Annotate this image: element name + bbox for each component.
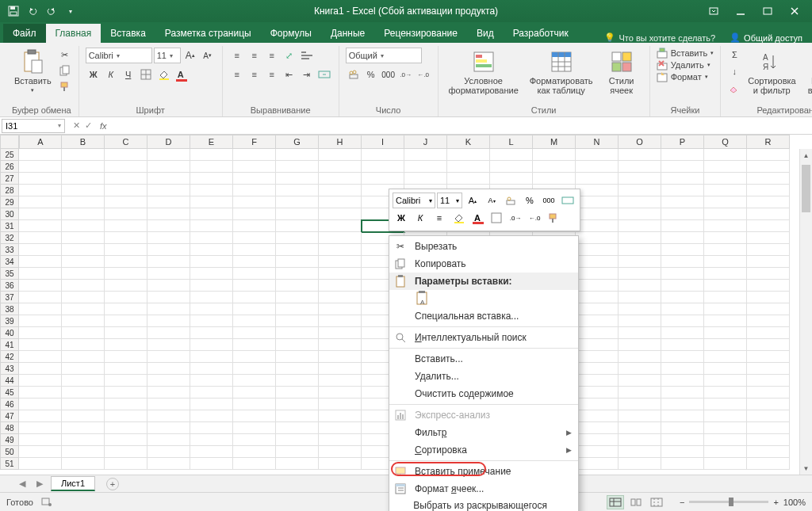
row-header[interactable]: 33 xyxy=(0,244,19,256)
cell[interactable] xyxy=(661,375,704,387)
mini-format-painter-icon[interactable] xyxy=(545,210,562,226)
row-header[interactable]: 29 xyxy=(0,196,19,208)
cell[interactable] xyxy=(276,161,319,173)
font-name-combo[interactable]: Calibri▾ xyxy=(86,48,152,63)
tab-data[interactable]: Данные xyxy=(321,24,374,43)
undo-icon[interactable] xyxy=(25,4,40,18)
cell[interactable] xyxy=(190,173,233,185)
cell[interactable] xyxy=(704,256,747,268)
cell[interactable] xyxy=(147,208,190,220)
cell[interactable] xyxy=(704,292,747,303)
sheet-nav-next-icon[interactable]: ▶ xyxy=(33,479,46,489)
cell[interactable] xyxy=(233,399,276,410)
cell[interactable] xyxy=(62,280,105,292)
cell[interactable] xyxy=(661,315,704,327)
number-format-combo[interactable]: Общий▾ xyxy=(346,48,422,63)
cell[interactable] xyxy=(147,256,190,268)
cell[interactable] xyxy=(704,220,747,232)
cell[interactable] xyxy=(576,256,619,268)
cell[interactable] xyxy=(661,292,704,303)
cell[interactable] xyxy=(19,303,62,315)
cell[interactable] xyxy=(19,375,62,387)
cell[interactable] xyxy=(704,208,747,220)
row-header[interactable]: 44 xyxy=(0,375,19,387)
cell[interactable] xyxy=(233,351,276,363)
cell[interactable] xyxy=(19,208,62,220)
ctx-insert[interactable]: Вставить... xyxy=(389,350,578,368)
column-header[interactable]: E xyxy=(190,135,233,149)
cell[interactable] xyxy=(147,363,190,375)
cell[interactable] xyxy=(62,149,105,161)
cell[interactable] xyxy=(62,399,105,410)
cell[interactable] xyxy=(447,161,490,173)
cell[interactable] xyxy=(319,363,362,375)
cell[interactable] xyxy=(661,220,704,232)
cell[interactable] xyxy=(19,244,62,256)
cell[interactable] xyxy=(190,399,233,410)
cell[interactable] xyxy=(147,185,190,196)
cell[interactable] xyxy=(490,161,533,173)
mini-bold-icon[interactable]: Ж xyxy=(393,210,410,226)
cell[interactable] xyxy=(62,256,105,268)
tab-insert[interactable]: Вставка xyxy=(101,24,155,43)
cell[interactable] xyxy=(62,458,105,470)
cell[interactable] xyxy=(704,458,747,470)
cell[interactable] xyxy=(105,351,147,363)
ctx-cut[interactable]: ✂Вырезать xyxy=(389,238,578,255)
row-header[interactable]: 34 xyxy=(0,256,19,268)
cell[interactable] xyxy=(276,220,319,232)
cell[interactable] xyxy=(576,173,619,185)
cell[interactable] xyxy=(661,256,704,268)
format-cells-button[interactable]: Формат▾ xyxy=(657,71,714,82)
column-header[interactable]: O xyxy=(619,135,661,149)
cell[interactable] xyxy=(147,315,190,327)
cell[interactable] xyxy=(619,363,661,375)
align-top-icon[interactable]: ≡ xyxy=(229,48,245,63)
cell[interactable] xyxy=(233,292,276,303)
cell[interactable] xyxy=(319,280,362,292)
cell[interactable] xyxy=(190,315,233,327)
maximize-icon[interactable] xyxy=(761,5,774,17)
align-middle-icon[interactable]: ≡ xyxy=(247,48,262,63)
cell[interactable] xyxy=(619,387,661,399)
cell[interactable] xyxy=(276,303,319,315)
cell[interactable] xyxy=(747,292,790,303)
cell[interactable] xyxy=(190,303,233,315)
delete-cells-button[interactable]: Удалить▾ xyxy=(657,59,714,71)
cell[interactable] xyxy=(19,232,62,244)
cell[interactable] xyxy=(319,196,362,208)
cell[interactable] xyxy=(319,339,362,351)
cell[interactable] xyxy=(62,363,105,375)
cell[interactable] xyxy=(319,161,362,173)
cell[interactable] xyxy=(704,161,747,173)
cell[interactable] xyxy=(704,351,747,363)
name-box[interactable]: I31▾ xyxy=(2,119,65,133)
mini-percent-icon[interactable]: % xyxy=(521,193,538,208)
cell[interactable] xyxy=(704,280,747,292)
row-header[interactable]: 25 xyxy=(0,149,19,161)
zoom-out-icon[interactable]: − xyxy=(680,498,684,507)
cell[interactable] xyxy=(105,339,147,351)
cell[interactable] xyxy=(147,375,190,387)
cell[interactable] xyxy=(62,315,105,327)
cell[interactable] xyxy=(704,185,747,196)
cell[interactable] xyxy=(576,434,619,446)
column-header[interactable]: P xyxy=(661,135,704,149)
cell[interactable] xyxy=(233,232,276,244)
close-icon[interactable] xyxy=(788,5,801,17)
cell[interactable] xyxy=(747,208,790,220)
cell[interactable] xyxy=(190,256,233,268)
cell[interactable] xyxy=(704,387,747,399)
cell[interactable] xyxy=(619,410,661,422)
cell[interactable] xyxy=(19,280,62,292)
cell[interactable] xyxy=(619,256,661,268)
mini-dec-decimal-icon[interactable]: ←.0 xyxy=(526,210,543,226)
cell[interactable] xyxy=(276,363,319,375)
bold-button[interactable]: Ж xyxy=(86,67,102,82)
cell[interactable] xyxy=(747,399,790,410)
cell[interactable] xyxy=(190,351,233,363)
cell[interactable] xyxy=(19,434,62,446)
cell[interactable] xyxy=(105,434,147,446)
mini-italic-icon[interactable]: К xyxy=(412,210,429,226)
sheet-tab[interactable]: Лист1 xyxy=(51,476,95,491)
